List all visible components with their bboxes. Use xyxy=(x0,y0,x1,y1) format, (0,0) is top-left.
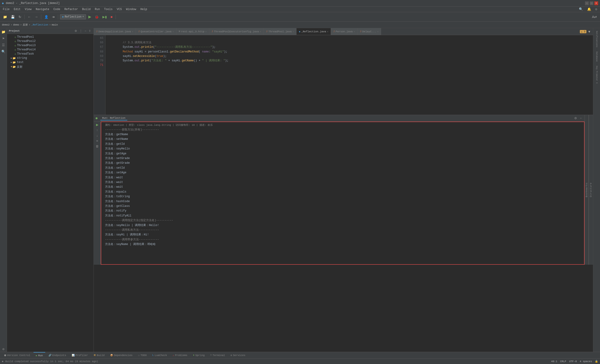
tree-item-threadpool4[interactable]: ◇ ThreadPool4 xyxy=(7,47,94,52)
menu-item-build[interactable]: Build xyxy=(80,7,92,11)
line-ending[interactable]: CRLF xyxy=(560,360,566,363)
tab-queuecontroller[interactable]: J QueueController.java ✕ xyxy=(136,28,177,35)
clear-console-btn[interactable]: 🗑 xyxy=(95,144,100,148)
tree-item-threadpool3[interactable]: ◇ ThreadPool3 xyxy=(7,43,94,47)
code-content[interactable]: // 3.3.调用私有方法 System.out.println("------… xyxy=(105,35,593,115)
bottom-tab-terminal[interactable]: > Terminal xyxy=(208,352,227,359)
menu-item-refactor[interactable]: Refactor xyxy=(63,7,80,11)
bottom-tab-problems[interactable]: ⚠ Problems xyxy=(170,352,190,359)
scroll-up-btn[interactable]: ↑ xyxy=(95,128,100,132)
console-run-tab[interactable]: Run: Reflection xyxy=(100,116,127,120)
sidebar-icon-bookmarks[interactable]: ⚑ xyxy=(1,36,6,41)
toolbar-sync-btn[interactable]: ↻ xyxy=(17,14,22,19)
bookmarks-label[interactable]: Bookmarks xyxy=(585,182,588,197)
panel-gear-btn[interactable]: ⇧ xyxy=(88,29,92,33)
tab-close-btn[interactable]: ✕ xyxy=(327,30,328,33)
tab-close-btn[interactable]: ✕ xyxy=(205,30,207,33)
breadcrumb-item-reflection[interactable]: _Reflection xyxy=(31,23,48,26)
toolbar-forward-btn[interactable]: → xyxy=(34,14,39,19)
cursor-position[interactable]: 48:1 xyxy=(551,360,557,363)
bottom-tab-dependencies[interactable]: 📦 Dependencies xyxy=(108,352,135,359)
bottom-tab-profiler[interactable]: 📊 Profiler xyxy=(69,352,90,359)
run-config-dropdown[interactable]: ◆ Reflection ▼ xyxy=(60,14,86,19)
translate-button[interactable]: A⇄ xyxy=(591,14,598,19)
close-button[interactable]: × xyxy=(594,1,598,5)
sidebar-icon-search[interactable]: 🔍 xyxy=(1,49,6,54)
notifications-icon[interactable]: 🔔 xyxy=(585,7,593,11)
breadcrumb-item-main[interactable]: main xyxy=(52,23,58,26)
bottom-tab-todo[interactable]: ☐ TODO xyxy=(136,352,149,359)
bottom-tab-spring[interactable]: ♦ Spring xyxy=(191,352,207,359)
tab-overflow-btn[interactable]: ▼ xyxy=(586,29,592,34)
search-everywhere-icon[interactable]: 🔍 xyxy=(577,7,585,11)
console-settings-btn[interactable]: ⚙ xyxy=(573,116,578,120)
tab-threadpool[interactable]: J ThreadPool.java ✕ xyxy=(264,28,297,35)
menu-item-navigate[interactable]: Navigate xyxy=(34,7,51,11)
tab-close-btn[interactable]: ✕ xyxy=(377,30,378,33)
panel-expand-btn[interactable]: ⋮ xyxy=(79,29,83,33)
run-button[interactable]: ▶ xyxy=(87,14,92,19)
tree-item-string[interactable]: ▶ 📂 string xyxy=(7,56,94,60)
breadcrumb-item[interactable]: demo xyxy=(13,23,19,26)
minimize-button[interactable]: ─ xyxy=(585,1,589,5)
bottom-tab-build[interactable]: 🛠 Build xyxy=(91,352,107,359)
toolbar-open-btn[interactable]: 📁 xyxy=(2,14,8,19)
tab-close-btn[interactable]: ✕ xyxy=(132,30,133,33)
bottom-tab-services[interactable]: ⚙ Services xyxy=(228,352,248,359)
tab-close-btn[interactable]: ✕ xyxy=(354,30,355,33)
menu-item-window[interactable]: Window xyxy=(124,7,138,11)
console-minimize-btn[interactable]: − xyxy=(579,116,583,120)
bottom-tab-luacheck[interactable]: L LuaCheck xyxy=(150,352,169,359)
settings-icon[interactable]: ⚙ xyxy=(593,7,599,11)
menu-item-code[interactable]: Code xyxy=(52,7,62,11)
warning-badge[interactable]: △ 3 xyxy=(580,30,586,33)
tab-restapi[interactable]: H rest-api_3.http ✕ xyxy=(177,28,209,35)
tab-reflection-active[interactable]: ◆ _Reflection.java ✕ xyxy=(297,28,331,35)
tab-threadpoolexecutorconfig[interactable]: J ThreadPoolExecutorConfig.java ✕ xyxy=(209,28,264,35)
run-again-btn[interactable]: ▶ xyxy=(95,122,100,127)
toolbar-back-btn[interactable]: ← xyxy=(27,14,32,19)
toggle-soft-wrap-btn[interactable]: ≡ xyxy=(95,139,100,143)
indent[interactable]: 4 spaces xyxy=(580,360,592,363)
menu-item-vcs[interactable]: VCS xyxy=(115,7,124,11)
database-panel-label[interactable]: Database xyxy=(595,50,599,64)
bottom-tab-run[interactable]: ▶ Run xyxy=(34,352,45,359)
encoding[interactable]: UTF-8 xyxy=(569,360,577,363)
tree-item-threadpool2[interactable]: ◇ ThreadPool2 xyxy=(7,39,94,43)
menu-item-view[interactable]: View xyxy=(23,7,34,11)
tab-delayc[interactable]: J DelayC... ✕ xyxy=(358,28,381,35)
toolbar-user-btn[interactable]: 👤 xyxy=(43,14,49,19)
notifications-panel-label[interactable]: Notifications xyxy=(595,29,599,49)
panel-close-btn[interactable]: − xyxy=(84,29,87,33)
bottom-tab-endpoints[interactable]: 🔗 Endpoints xyxy=(46,352,68,359)
bottom-tab-vcs[interactable]: Version Control xyxy=(2,352,33,359)
toolbar-vcs-btn[interactable]: ➔ xyxy=(51,14,56,19)
tab-demo3application[interactable]: J Demo3Application.java ✕ xyxy=(94,28,136,35)
tree-item-threadpool[interactable]: ◇ ThreadPool xyxy=(7,35,94,39)
breadcrumb-item[interactable]: demo2 xyxy=(2,23,9,26)
breadcrumb-item[interactable]: 反射 xyxy=(23,23,28,27)
coverage-button[interactable]: ▶▮ xyxy=(101,14,108,19)
sidebar-icon-structure[interactable]: ☰ xyxy=(1,42,6,48)
menu-item-edit[interactable]: Edit xyxy=(12,7,22,11)
structure-label[interactable]: Structure xyxy=(590,182,592,197)
debug-button[interactable]: 🐞 xyxy=(94,14,100,19)
key-promoter-label[interactable]: Key Promoter X xyxy=(595,64,599,85)
maximize-button[interactable]: □ xyxy=(590,1,593,5)
menu-item-file[interactable]: File xyxy=(1,7,11,11)
menu-item-run[interactable]: Run xyxy=(93,7,102,11)
toolbar-save-btn[interactable]: 💾 xyxy=(9,14,16,19)
tab-person[interactable]: J Person.java ✕ xyxy=(331,28,358,35)
scroll-down-btn[interactable]: ↓ xyxy=(95,133,100,138)
stop-button[interactable]: ■ xyxy=(109,14,114,19)
tab-close-btn[interactable]: ✕ xyxy=(172,30,174,33)
panel-settings-btn[interactable]: ⚙ xyxy=(74,29,78,33)
menu-item-tools[interactable]: Tools xyxy=(102,7,114,11)
menu-item-help[interactable]: Help xyxy=(139,7,149,11)
sidebar-icon-plugins[interactable]: ⚙ xyxy=(1,346,6,352)
sidebar-icon-project[interactable]: 📁 xyxy=(1,29,6,35)
tab-close-btn[interactable]: ✕ xyxy=(292,30,294,33)
tab-close-btn[interactable]: ✕ xyxy=(260,30,261,33)
tree-item-test[interactable]: ▶ 📂 test xyxy=(7,60,94,64)
tree-item-reflection-folder[interactable]: ▼ 📂 反射 xyxy=(7,64,94,69)
